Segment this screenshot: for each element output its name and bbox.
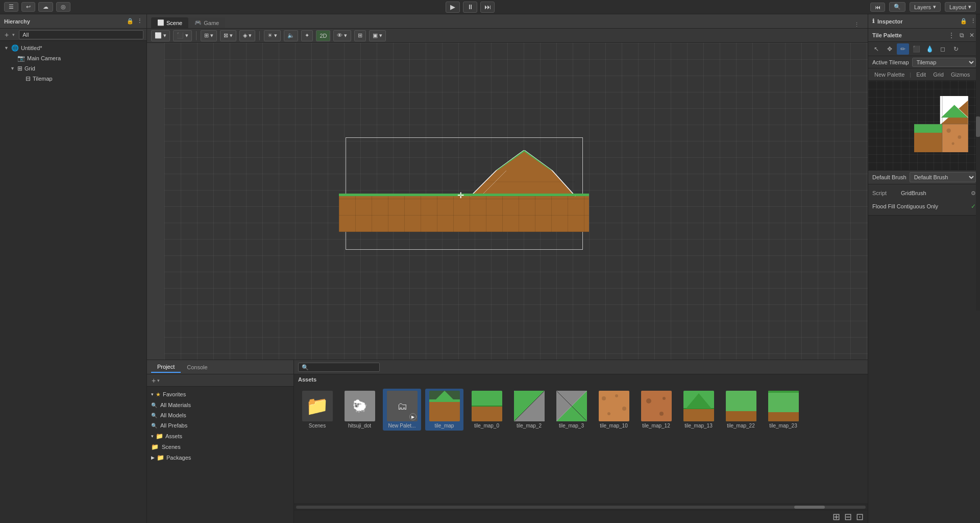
new-palette-btn[interactable]: New Palette [872,72,906,78]
asset-tile-map-2[interactable]: tile_map_2 [510,389,548,431]
tile-tool-rotate[interactable]: ↻ [950,43,962,55]
3d-mode-btn[interactable]: ⬛ ▾ [173,30,192,41]
svg-point-31 [663,397,666,400]
tile-map-0-thumb [472,391,502,421]
camera-btn[interactable]: 👁 ▾ [333,30,351,41]
tile-tool-eyedropper[interactable]: 💧 [923,43,936,55]
asset-tile-map-13[interactable]: tile_map_13 [679,389,718,431]
script-settings-btn[interactable]: ⚙ [971,190,976,197]
inspector-icon: ℹ [872,18,874,25]
footer-icon-3[interactable]: ⊡ [856,511,864,522]
hierarchy-search[interactable] [19,30,143,39]
unity-menu-btn[interactable]: ☰ [4,2,18,12]
project-add-btn[interactable]: + [150,376,157,385]
layers-dropdown[interactable]: Layers ▾ [910,2,941,12]
undo-btn[interactable]: ↩ [21,2,35,12]
footer-icon-2[interactable]: ⊟ [844,511,852,522]
play-button[interactable]: ▶ [446,2,460,13]
footer-icon-1[interactable]: ⊞ [832,511,840,522]
asset-tile-map-23[interactable]: tile_map_23 [764,389,802,431]
tile-tool-paint[interactable]: ✏ [897,43,909,55]
favorites-section[interactable]: ▾ ★ Favorites [147,389,293,400]
render-btn[interactable]: ▣ ▾ [369,30,386,41]
tile-tool-eraser[interactable]: ◻ [937,43,949,55]
layout-dropdown[interactable]: Layout ▾ [945,2,976,12]
asset-tile-map-22[interactable]: tile_map_22 [722,389,760,431]
tile-tool-fill-box[interactable]: ⬛ [910,43,922,55]
collab-btn[interactable]: ◎ [56,2,70,12]
asset-tile-map-0[interactable]: tile_map_0 [468,389,506,431]
hierarchy-toolbar: + ▾ [0,29,146,41]
all-prefabs-item[interactable]: 🔍 All Prefabs [147,420,293,431]
hierarchy-item-untitled[interactable]: ▼ 🌐 Untitled* [0,43,146,53]
console-tab[interactable]: Console [181,362,213,372]
pause-button[interactable]: ⏸ [463,2,477,13]
assets-section-label: Assets [165,433,182,439]
all-materials-item[interactable]: 🔍 All Materials [147,400,293,410]
project-tab[interactable]: Project [151,362,181,373]
asset-tile-map-3[interactable]: tile_map_3 [552,389,591,431]
tile-palette-overflow-btn[interactable]: ⋮ [947,32,956,39]
asset-hitsuji-dot[interactable]: 🐑 hitsuji_dot [340,389,379,431]
tile-tool-move[interactable]: ✥ [884,43,896,55]
hierarchy-item-grid[interactable]: ▼ ⊞ Grid [0,63,146,74]
hierarchy-lock-btn[interactable]: 🔒 [127,18,134,25]
audio-btn[interactable]: 🔈 [284,30,298,41]
hierarchy-item-tilemap[interactable]: ⊟ Tilemap [0,74,146,84]
assets-section[interactable]: ▾ 📁 Assets [147,431,293,442]
gizmos-btn[interactable]: Gizmos [949,72,972,78]
tile-tool-select[interactable]: ↖ [870,43,883,55]
palette-vscrollbar[interactable] [976,81,980,170]
asset-new-palette[interactable]: 🗂 ▶ New Palet... [383,389,421,431]
search-global-btn[interactable]: 🔍 [889,2,905,12]
snap-btn[interactable]: ⊞ ▾ [201,30,217,41]
lighting-btn[interactable]: ☀ ▾ [264,30,281,41]
tile-map-label: tile_map [435,423,454,429]
scene-view[interactable]: ✛ [164,43,868,360]
assets-footer: ⊞ ⊟ ⊡ [294,510,868,523]
scrollbar-track[interactable] [296,506,866,509]
view-mode-btn[interactable]: ⬜ ▾ [151,30,170,41]
assets-search-input[interactable] [298,363,380,372]
tilemap-select[interactable]: Tilemap [912,58,976,67]
tilemap-label: Tilemap [33,76,53,82]
packages-folder-icon: 📁 [157,454,164,461]
edit-btn[interactable]: Edit [914,72,928,78]
asset-tile-map-12[interactable]: tile_map_12 [637,389,675,431]
inspector-lock-btn[interactable]: 🔒 [960,18,967,25]
inspector-more-btn[interactable]: ⋮ [970,18,976,25]
packages-section[interactable]: ▶ 📁 Packages [147,452,293,463]
gizmo-btn[interactable]: ◈ ▾ [239,30,255,41]
scenes-item[interactable]: 📁 Scenes [147,442,293,452]
game-tab-icon: 🎮 [194,19,202,26]
grid-btn[interactable]: ⊞ [354,30,366,41]
game-tab[interactable]: 🎮 Game [188,17,225,28]
brush-select[interactable]: Default Brush [910,172,976,182]
scene-tab[interactable]: ⬜ Scene [151,17,188,28]
2d-btn[interactable]: 2D [316,30,330,41]
tile-palette-detach-btn[interactable]: ⧉ [958,32,966,39]
asset-tile-map-10[interactable]: tile_map_10 [595,389,633,431]
overlay-btn[interactable]: ⊠ ▾ [220,30,236,41]
undo-history-btn[interactable]: ⏮ [870,3,885,12]
palette-viewport[interactable] [868,81,980,170]
hierarchy-more-btn[interactable]: ⋮ [137,18,142,25]
flood-fill-check[interactable]: ✓ [971,203,976,210]
hierarchy-item-main-camera[interactable]: 📷 Main Camera [0,53,146,63]
asset-scenes-folder[interactable]: 📁 Scenes [298,389,336,431]
tile-palette: Tile Palette ⋮ ⧉ ✕ ↖ ✥ ✏ ⬛ 💧 ◻ ↻ Active … [868,29,980,216]
cloud-btn[interactable]: ☁ [38,2,53,12]
fx-btn[interactable]: ✦ [301,30,313,41]
inspector-header: ℹ Inspector 🔒 ⋮ [868,14,980,29]
hierarchy-add-btn[interactable]: + [3,31,10,39]
asset-tile-map[interactable]: tile_map [425,389,463,431]
scene-more-btn[interactable]: ⋮ [854,21,864,28]
all-models-item[interactable]: 🔍 All Models [147,410,293,420]
step-button[interactable]: ⏭ [480,2,495,13]
tile-palette-close-btn[interactable]: ✕ [968,32,976,39]
svg-rect-34 [683,409,714,421]
svg-rect-12 [429,399,460,402]
scrollbar-thumb[interactable] [794,506,825,509]
grid-view-btn[interactable]: Grid [931,72,946,78]
flood-fill-row: Flood Fill Contiguous Only ✓ [872,201,976,212]
